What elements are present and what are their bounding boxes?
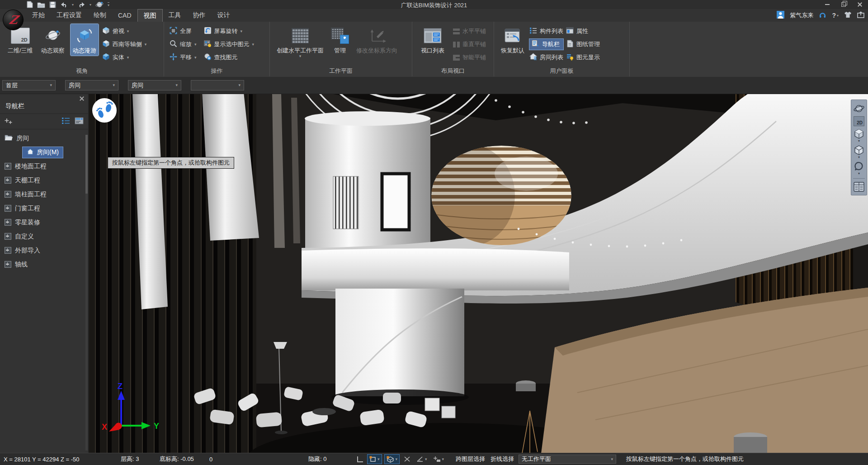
menu-tile-horizontal[interactable]: 水平平铺 <box>453 26 486 37</box>
expand-plus-icon[interactable] <box>5 261 11 268</box>
panel-close-icon[interactable] <box>80 96 84 101</box>
increment-snap-button[interactable]: ▾ <box>431 455 446 464</box>
list-view-icon[interactable] <box>61 117 70 126</box>
tree-item-door-window-works[interactable]: 门窗工程 <box>0 201 88 215</box>
menu-show-selected[interactable]: 显示选中图元▾ <box>204 39 255 50</box>
tree-item-wall-works[interactable]: 墙柱面工程 <box>0 187 88 201</box>
menu-element-display[interactable]: 图元显示 <box>566 52 600 63</box>
angle-snap-button[interactable]: ▾ <box>415 455 429 464</box>
category-select[interactable]: 房间▾ <box>65 80 118 90</box>
rotate-view-button[interactable]: ▾ <box>852 160 866 176</box>
tab-cad[interactable]: CAD <box>112 9 137 22</box>
expand-plus-icon[interactable] <box>5 205 11 212</box>
new-file-icon[interactable] <box>26 1 33 8</box>
menu-tile-smart[interactable]: 智能平铺 <box>453 52 486 63</box>
button-dynamic-orbit[interactable]: 动态观察 <box>39 24 67 56</box>
orbit-quick-icon[interactable] <box>95 1 104 8</box>
tree-item-room-m[interactable]: 房间(M) <box>0 145 88 159</box>
menu-drawing-manage[interactable]: 图纸管理 <box>566 39 600 50</box>
tab-tools[interactable]: 工具 <box>163 9 187 22</box>
redo-icon[interactable] <box>78 1 85 8</box>
user-avatar[interactable] <box>777 11 784 20</box>
menu-find-element[interactable]: 查找图元 <box>204 52 255 63</box>
tree-item-floor-works[interactable]: 楼地面工程 <box>0 159 88 173</box>
restore-button[interactable] <box>835 0 852 9</box>
show-selected-icon <box>204 40 212 49</box>
close-button[interactable] <box>852 0 868 9</box>
menu-properties[interactable]: 属性 <box>566 26 600 37</box>
button-walkthrough[interactable]: 动态漫游 <box>71 24 99 56</box>
tree-item-misc-decoration[interactable]: 零星装修 <box>0 215 88 229</box>
type-select[interactable]: 房间▾ <box>128 80 181 90</box>
expand-plus-icon[interactable] <box>5 233 11 240</box>
panel-view-icon[interactable] <box>75 117 84 126</box>
button-restore-default[interactable]: 恢复默认 <box>499 24 527 56</box>
polyline-select-button[interactable]: 折线选择 <box>491 453 514 465</box>
menu-pan[interactable]: 平移▾ <box>170 52 197 63</box>
viewport-list-tool-button[interactable] <box>852 180 866 193</box>
tree-item-external-import[interactable]: 外部导入 <box>0 243 88 257</box>
rect-selection-mode-button[interactable]: ▾ <box>367 454 382 464</box>
menu-display-solid[interactable]: 实体▾ <box>102 52 147 63</box>
theme-shirt-icon[interactable] <box>844 11 852 19</box>
tab-start[interactable]: 开始 <box>26 9 51 22</box>
undo-icon[interactable] <box>60 1 68 8</box>
expand-plus-icon[interactable] <box>5 191 11 198</box>
menu-navigation-bar[interactable]: 导航栏 <box>529 39 563 50</box>
orbit-tool-button[interactable] <box>852 102 866 115</box>
menu-fullscreen[interactable]: 全屏 <box>170 26 197 37</box>
open-file-icon[interactable] <box>37 1 45 8</box>
button-create-workplane[interactable]: 创建水平工作平面 ▾ <box>274 24 326 60</box>
expand-plus-icon[interactable] <box>5 163 11 170</box>
ortho-mode-button[interactable] <box>355 455 365 464</box>
tab-design[interactable]: 设计 <box>212 9 236 22</box>
menu-display-solid-label: 实体 <box>113 53 124 62</box>
extra-select[interactable]: ▾ <box>191 80 244 90</box>
2d-mode-button[interactable]: 2D <box>852 115 866 127</box>
add-view-icon[interactable] <box>5 118 12 126</box>
component-list-icon <box>529 27 537 36</box>
3d-scene[interactable]: Z Y X <box>89 94 868 453</box>
3d-viewport[interactable]: Z Y X <box>89 94 868 453</box>
support-headset-icon[interactable] <box>819 11 826 20</box>
help-button[interactable]: ?▾ <box>832 12 839 19</box>
tree-item-ceiling-works-label: 天棚工程 <box>15 176 40 185</box>
share-export-icon[interactable] <box>857 11 864 19</box>
button-modify-coordinate[interactable]: 修改坐标系方向 <box>354 24 400 56</box>
menu-top-view[interactable]: 俯视▾ <box>102 26 147 37</box>
sidebar-scrollbar[interactable] <box>85 135 88 451</box>
display-style-button[interactable]: ▾ <box>852 144 866 160</box>
app-logo[interactable]: Z <box>3 9 24 30</box>
solid-selection-mode-button[interactable]: ▾ <box>384 454 400 464</box>
view-cube-button[interactable]: ▾ <box>852 128 866 143</box>
tab-collaborate[interactable]: 协作 <box>187 9 212 22</box>
tab-project-settings[interactable]: 工程设置 <box>51 9 88 22</box>
menu-tile-vertical[interactable]: 垂直平铺 <box>453 39 486 50</box>
menu-screen-rotate[interactable]: 屏幕旋转▾ <box>204 26 255 37</box>
button-manage-workplane[interactable]: 管理 <box>329 24 351 56</box>
tab-view[interactable]: 视图 <box>137 9 163 22</box>
menu-sw-isometric[interactable]: 西南等轴侧▾ <box>102 39 147 50</box>
button-viewport-list[interactable]: 视口列表 <box>419 24 447 56</box>
tree-item-room-group[interactable]: 房间 <box>0 131 88 145</box>
cross-layer-select-button[interactable]: 跨图层选择 <box>456 453 485 465</box>
tree-item-custom[interactable]: 自定义 <box>0 229 88 243</box>
tree-item-axis[interactable]: 轴线 <box>0 257 88 271</box>
redo-dropdown-icon[interactable]: ▾ <box>90 3 91 7</box>
floor-select[interactable]: 首层▾ <box>2 80 56 90</box>
undo-dropdown-icon[interactable]: ▾ <box>72 3 74 7</box>
menu-room-list[interactable]: 房间列表 <box>529 52 563 63</box>
expand-plus-icon[interactable] <box>5 177 11 184</box>
snap-cross-button[interactable] <box>402 455 412 464</box>
minimize-button[interactable] <box>819 0 835 9</box>
expand-plus-icon[interactable] <box>5 247 11 254</box>
tab-draw[interactable]: 绘制 <box>88 9 112 22</box>
workplane-select[interactable]: 无工作平面 ▾ <box>519 455 616 464</box>
username-label[interactable]: 紫气东来 <box>790 11 813 19</box>
menu-zoom[interactable]: 缩放▾ <box>170 39 197 50</box>
menu-component-list[interactable]: 构件列表 <box>529 26 563 37</box>
customize-toolbar-icon[interactable]: ▾ <box>108 2 109 7</box>
tree-item-ceiling-works[interactable]: 天棚工程 <box>0 173 88 187</box>
expand-plus-icon[interactable] <box>5 219 11 226</box>
save-icon[interactable] <box>49 1 56 8</box>
